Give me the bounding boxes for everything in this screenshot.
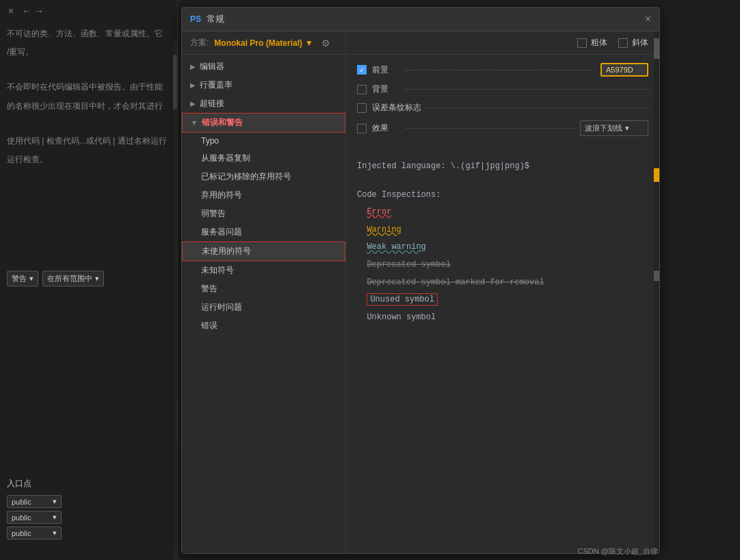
tree-item-deprecated[interactable]: 弃用的符号 [182,186,345,204]
tree-label-deprecated-removal: 已标记为移除的弃用符号 [201,171,291,183]
effects-type-dropdown[interactable]: 波浪下划线 ▾ [580,120,648,136]
desc-line-5: 的名称很少出现在项目中时，才会对其进行 [7,100,170,113]
preview-area: Injected language: \.(gif|jpg|png)$ Code… [346,151,659,553]
nav-arrows: ← → [22,5,44,16]
scope-arrow-icon: ▾ [95,274,99,283]
tree-item-errors-warnings[interactable]: ▼ 错误和警告 [182,113,345,133]
tree-item-unused-symbol[interactable]: 未使用的符号 [182,241,345,261]
dialog-body: 方案: Monokai Pro (Material) ▼ ⚙ ▶ 编辑器 ▶ 行… [182,31,659,553]
settings-dialog: PS 常规 × 方案: Monokai Pro (Material) ▼ ⚙ ▶ [181,7,660,554]
foreground-checkbox[interactable] [357,65,367,75]
effects-row: 效果 波浪下划线 ▾ [357,120,648,136]
tree-item-runtime[interactable]: 运行时问题 [182,298,345,317]
foreground-label: 前景 [372,64,399,76]
left-panel: 方案: Monokai Pro (Material) ▼ ⚙ ▶ 编辑器 ▶ 行… [182,31,346,553]
italic-label: 斜体 [632,37,648,49]
tree-item-error[interactable]: 错误 [182,317,345,335]
tree-item-unknown-symbol[interactable]: 未知符号 [182,261,345,280]
nav-forward-icon[interactable]: → [34,5,44,16]
preview-line-unused: Unused symbol [357,293,648,308]
severity-dropdown[interactable]: 警告 ▾ [7,271,38,286]
tree-item-typo[interactable]: Typo [182,133,345,149]
error-stripe-checkbox[interactable] [357,103,367,113]
entry-arrow-2: ▾ [53,513,57,522]
effects-checkbox[interactable] [357,124,367,133]
editor-topbar: × ← → [5,5,44,16]
tree-item-server-copy[interactable]: 从服务器复制 [182,149,345,168]
dialog-close-button[interactable]: × [645,13,651,25]
entry-point-rows: public ▾ public ▾ public ▾ [7,495,171,539]
editor-close-button[interactable]: × [5,5,16,16]
tree-label-line: 行覆盖率 [200,79,233,91]
preview-unused-indent [357,295,367,304]
error-stripe-row: 误差条纹标志 [357,102,648,114]
preview-deprecated-indent [357,260,367,269]
bold-checkbox[interactable] [577,38,587,48]
entry-dropdown-1[interactable]: public ▾ [7,495,62,508]
preview-code-inspections-label: Code Inspections: [357,190,440,200]
scope-dropdown[interactable]: 在所有范围中 ▾ [42,271,104,286]
preview-unknown-text: Unknown symbol [367,312,436,322]
editor-scroll-thumb [173,55,177,109]
entry-dropdown-2[interactable]: public ▾ [7,511,62,524]
tree-arrow-editor: ▶ [190,63,196,70]
background-checkbox[interactable] [357,85,367,94]
preview-weak-warning-text: Weak warning [367,242,425,252]
editor-scrollbar[interactable] [173,41,177,560]
preview-line-deprecated-removal: Deprecated symbol marked for removal [357,276,648,291]
effects-type-label: 波浪下划线 [585,123,622,133]
entry-label-1: public [12,498,31,506]
preview-line-code-inspections: Code Inspections: [357,188,648,203]
foreground-row: 前景 [357,63,648,77]
tree-arrow-errors: ▼ [191,119,198,126]
foreground-color-input[interactable] [600,63,648,77]
entry-point-section: 入口点 public ▾ public ▾ public [7,478,171,539]
tree-item-weak-warning[interactable]: 弱警告 [182,204,345,223]
entry-row-1: public ▾ [7,495,171,508]
tree-label-unknown: 未知符号 [201,265,234,276]
scope-label: 在所有范围中 [47,274,92,284]
ps-logo-icon: PS [190,14,201,24]
right-panel-scrollbar[interactable] [654,31,659,553]
background-dotted [405,89,648,90]
tree-item-hyperlink[interactable]: ▶ 超链接 [182,94,345,113]
editor-description: 不可达的类、方法、函数、常量或属性。它 /重写。 不会即时在代码编辑器中被报告。… [0,0,177,178]
desc-line-8: 运行检查。 [7,153,170,166]
tree-label-deprecated: 弃用的符号 [201,189,242,201]
italic-checkbox[interactable] [618,38,628,48]
entry-label-3: public [12,529,31,537]
scheme-select[interactable]: Monokai Pro (Material) ▼ [214,38,313,48]
italic-group: 斜体 [618,37,648,49]
error-stripe-label: 误差条纹标志 [372,102,421,114]
tree-label-server-issue: 服务器问题 [201,226,242,238]
entry-dropdown-3[interactable]: public ▾ [7,526,62,539]
tree-item-deprecated-removal[interactable]: 已标记为移除的弃用符号 [182,168,345,186]
desc-line-2: /重写。 [7,46,170,59]
scheme-gear-icon[interactable]: ⚙ [321,38,330,49]
desc-line-7: 使用代码 | 检查代码...或代码 | 通过名称运行 [7,135,170,148]
preview-blank [357,177,648,185]
effects-dropdown-icon: ▾ [625,124,629,133]
severity-label: 警告 [12,274,27,284]
effects-label: 效果 [372,122,399,134]
tree-item-server-issue[interactable]: 服务器问题 [182,223,345,241]
severity-arrow-icon: ▾ [29,274,34,283]
scheme-dropdown-icon: ▼ [305,38,313,48]
tree-label-unused: 未使用的符号 [202,245,251,257]
entry-point-title: 入口点 [7,478,171,490]
tree-item-editor[interactable]: ▶ 编辑器 [182,57,345,76]
preview-line-error: Error [357,205,648,220]
tree-arrow-line: ▶ [190,81,196,89]
tree-item-line-coverage[interactable]: ▶ 行覆盖率 [182,76,345,94]
tree-item-warning[interactable]: 警告 [182,280,345,298]
foreground-dotted [405,70,595,70]
bold-label: 粗体 [591,37,607,49]
preview-injected-text: Injected language: \.(gif|jpg|png)$ [357,161,529,171]
settings-tree: ▶ 编辑器 ▶ 行覆盖率 ▶ 超链接 ▼ 错误和警告 [182,55,345,553]
tree-label-warning: 警告 [201,283,217,295]
right-scroll-thumb-1 [654,38,659,59]
preview-deprecated-removal-indent [357,278,367,287]
tree-label-weak-warning: 弱警告 [201,208,226,219]
preview-unused-text: Unused symbol [367,293,438,306]
nav-back-icon[interactable]: ← [22,5,31,16]
